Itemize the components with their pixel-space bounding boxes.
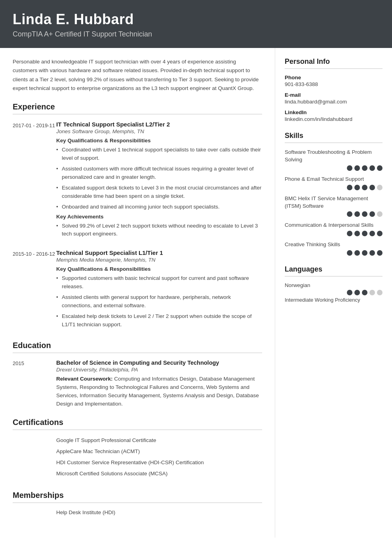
- dot: [347, 165, 352, 171]
- skills-section: Skills Software Troubleshooting & Proble…: [285, 132, 382, 256]
- edu-coursework-1: Relevant Coursework: Computing and Infor…: [56, 375, 262, 408]
- edu-degree-1: Bachelor of Science in Computing and Sec…: [56, 360, 262, 366]
- skill-dots-5: [285, 250, 382, 256]
- personal-info-divider: [285, 68, 382, 69]
- dot: [362, 211, 367, 217]
- certifications-section: Certifications Google IT Support Profess…: [13, 418, 262, 481]
- exp-qual-item: Escalated help desk tickets to Level 2 /…: [56, 312, 262, 329]
- certifications-entry: Google IT Support Professional Certifica…: [13, 436, 262, 481]
- exp-qual-list-2: Supported customers with basic technical…: [56, 274, 262, 329]
- linkedin-value: linkedin.com/in/lindahubbard: [285, 116, 382, 122]
- dot: [347, 250, 352, 256]
- cert-indent: [13, 436, 56, 481]
- dot: [362, 250, 367, 256]
- skill-dots-1: [285, 165, 382, 171]
- exp-qual-item: Assisted clients with general support fo…: [56, 293, 262, 310]
- left-column: Personable and knowledgeable IT support …: [0, 48, 275, 538]
- header: Linda E. Hubbard CompTIA A+ Certified IT…: [0, 0, 392, 48]
- memberships-heading: Memberships: [13, 491, 262, 500]
- skill-item-3: BMC Helix IT Service Management (ITSM) S…: [285, 195, 382, 217]
- dot: [362, 185, 367, 190]
- memberships-content: Help Desk Institute (HDI): [56, 509, 262, 515]
- dot: [377, 231, 382, 236]
- cert-item: AppleCare Mac Technician (ACMT): [56, 448, 262, 455]
- candidate-name: Linda E. Hubbard: [13, 11, 379, 28]
- experience-divider: [13, 114, 262, 115]
- memberships-entry: Help Desk Institute (HDI): [13, 509, 262, 515]
- skills-heading: Skills: [285, 132, 382, 140]
- dot: [369, 290, 375, 295]
- dot: [362, 290, 367, 295]
- exp-qual-item: Supported customers with basic technical…: [56, 274, 262, 291]
- languages-section: Languages Norwegian Intermediate Working…: [285, 265, 382, 303]
- skill-name-5: Creative Thinking Skills: [285, 241, 382, 249]
- dot: [354, 250, 360, 256]
- language-name-1: Norwegian: [285, 282, 382, 288]
- language-proficiency-1: Intermediate Working Proficiency: [285, 297, 382, 303]
- linkedin-label: LinkedIn: [285, 109, 382, 115]
- skill-name-3: BMC Helix IT Service Management (ITSM) S…: [285, 195, 382, 210]
- memberships-section: Memberships Help Desk Institute (HDI): [13, 491, 262, 515]
- education-entry-1: 2015 Bachelor of Science in Computing an…: [13, 360, 262, 408]
- dot: [347, 185, 352, 190]
- dot: [354, 290, 360, 295]
- certifications-heading: Certifications: [13, 418, 262, 427]
- languages-heading: Languages: [285, 265, 382, 274]
- exp-qual-item: Assisted customers with more difficult t…: [56, 165, 262, 182]
- dot: [377, 250, 382, 256]
- experience-heading: Experience: [13, 102, 262, 111]
- cert-list: Google IT Support Professional Certifica…: [56, 436, 262, 481]
- exp-ach-item: Solved 99.2% of Level 2 tech support tic…: [56, 222, 262, 239]
- right-column: Personal Info Phone 901-833-6388 E-mail …: [275, 48, 392, 325]
- dot: [377, 165, 382, 171]
- skill-dots-2: [285, 185, 382, 190]
- dot: [377, 290, 382, 295]
- exp-ach-list-1: Solved 99.2% of Level 2 tech support tic…: [56, 222, 262, 239]
- exp-dates-1: 2017-01 - 2019-11: [13, 121, 56, 241]
- edu-content-1: Bachelor of Science in Computing and Sec…: [56, 360, 262, 408]
- edu-school-1: Drexel University, Philadelphia, PA: [56, 367, 262, 373]
- exp-job-title-1: IT Technical Support Specialist L2/Tier …: [56, 121, 262, 128]
- exp-qual-heading-2: Key Qualifications & Responsibilities: [56, 266, 262, 272]
- certifications-divider: [13, 429, 262, 430]
- phone-value: 901-833-6388: [285, 81, 382, 87]
- skill-item-2: Phone & Email Technical Support: [285, 176, 382, 190]
- dot: [347, 231, 352, 236]
- dot: [369, 231, 375, 236]
- cert-item: HDI Customer Service Representative (HDI…: [56, 459, 262, 467]
- cert-item: Google IT Support Professional Certifica…: [56, 436, 262, 444]
- edu-coursework-label: Relevant Coursework:: [56, 376, 113, 382]
- dot: [354, 165, 360, 171]
- dot: [347, 211, 352, 217]
- email-label: E-mail: [285, 92, 382, 98]
- dot: [377, 185, 382, 190]
- education-heading: Education: [13, 341, 262, 350]
- candidate-title: CompTIA A+ Certified IT Support Technici…: [13, 30, 379, 38]
- skill-item-1: Software Troubleshooting & Problem Solvi…: [285, 149, 382, 171]
- dot: [354, 211, 360, 217]
- dot: [362, 165, 367, 171]
- exp-content-1: IT Technical Support Specialist L2/Tier …: [56, 121, 262, 241]
- email-value: linda.hubbard@gmail.com: [285, 99, 382, 105]
- skills-divider: [285, 142, 382, 143]
- skill-name-4: Communication & Interpersonal Skills: [285, 222, 382, 229]
- dot: [369, 165, 375, 171]
- exp-qual-heading-1: Key Qualifications & Responsibilities: [56, 138, 262, 144]
- personal-info-heading: Personal Info: [285, 57, 382, 66]
- exp-qual-list-1: Coordinated with Level 1 technical suppo…: [56, 146, 262, 211]
- main-layout: Personable and knowledgeable IT support …: [0, 48, 392, 538]
- exp-company-1: Jones Software Group, Memphis, TN: [56, 128, 262, 134]
- skill-item-4: Communication & Interpersonal Skills: [285, 222, 382, 236]
- dot: [369, 185, 375, 190]
- exp-dates-2: 2015-10 - 2016-12: [13, 249, 56, 331]
- exp-content-2: Technical Support Specialist L1/Tier 1 M…: [56, 249, 262, 331]
- experience-entry-2: 2015-10 - 2016-12 Technical Support Spec…: [13, 249, 262, 331]
- dot: [354, 185, 360, 190]
- skill-dots-3: [285, 211, 382, 217]
- memberships-indent: [13, 509, 56, 515]
- education-divider: [13, 352, 262, 353]
- exp-qual-item: Escalated support desk tickets to Level …: [56, 184, 262, 201]
- dot: [369, 250, 375, 256]
- skill-name-1: Software Troubleshooting & Problem Solvi…: [285, 149, 382, 164]
- exp-company-2: Memphis Media Menagerie, Memphis, TN: [56, 257, 262, 263]
